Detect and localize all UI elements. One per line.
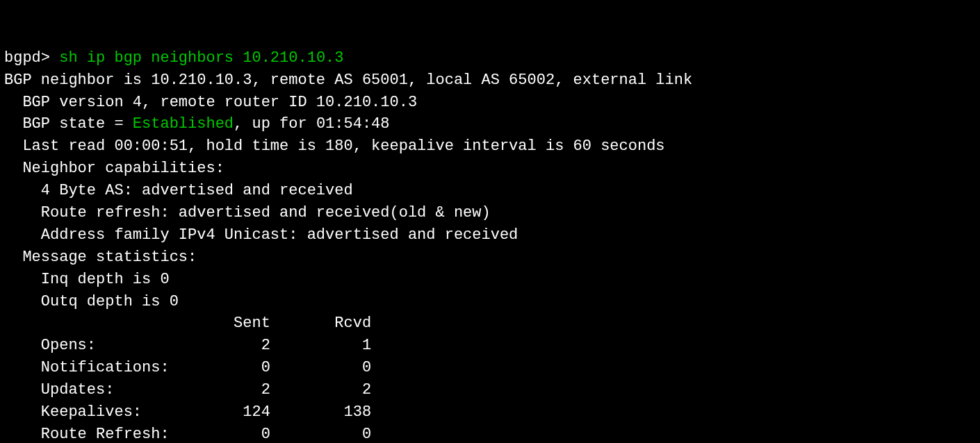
- bgp-version-line: BGP version 4, remote router ID 10.210.1…: [4, 92, 976, 114]
- state-value: Established: [133, 115, 234, 133]
- bgp-state-line: BGP state = Established, up for 01:54:48: [4, 113, 976, 135]
- stats-updates: Updates: 2 2: [4, 379, 976, 401]
- bgp-neighbor-line: BGP neighbor is 10.210.10.3, remote AS 6…: [4, 69, 976, 92]
- cap-afi: Address family IPv4 Unicast: advertised …: [4, 224, 976, 246]
- stats-header: Sent Rcvd: [4, 312, 976, 335]
- stats-notifications: Notifications: 0 0: [4, 357, 976, 379]
- command: sh ip bgp neighbors 10.210.10.3: [59, 49, 343, 67]
- cap-route-refresh: Route refresh: advertised and received(o…: [4, 202, 976, 224]
- capabilities-header: Neighbor capabilities:: [4, 158, 976, 180]
- state-prefix: BGP state =: [4, 115, 133, 133]
- last-read-line: Last read 00:00:51, hold time is 180, ke…: [4, 135, 976, 158]
- terminal-output[interactable]: bgpd> sh ip bgp neighbors 10.210.10.3BGP…: [4, 47, 976, 443]
- outq-depth: Outq depth is 0: [4, 291, 976, 313]
- stats-opens: Opens: 2 1: [4, 335, 976, 357]
- stats-routerefresh: Route Refresh: 0 0: [4, 424, 976, 443]
- state-suffix: , up for 01:54:48: [234, 115, 389, 133]
- msg-stats-header: Message statistics:: [4, 246, 976, 269]
- prompt-line: bgpd> sh ip bgp neighbors 10.210.10.3: [4, 47, 976, 69]
- prompt: bgpd>: [4, 49, 59, 67]
- cap-4byte-as: 4 Byte AS: advertised and received: [4, 180, 976, 202]
- inq-depth: Inq depth is 0: [4, 269, 976, 291]
- stats-keepalives: Keepalives: 124 138: [4, 401, 976, 424]
